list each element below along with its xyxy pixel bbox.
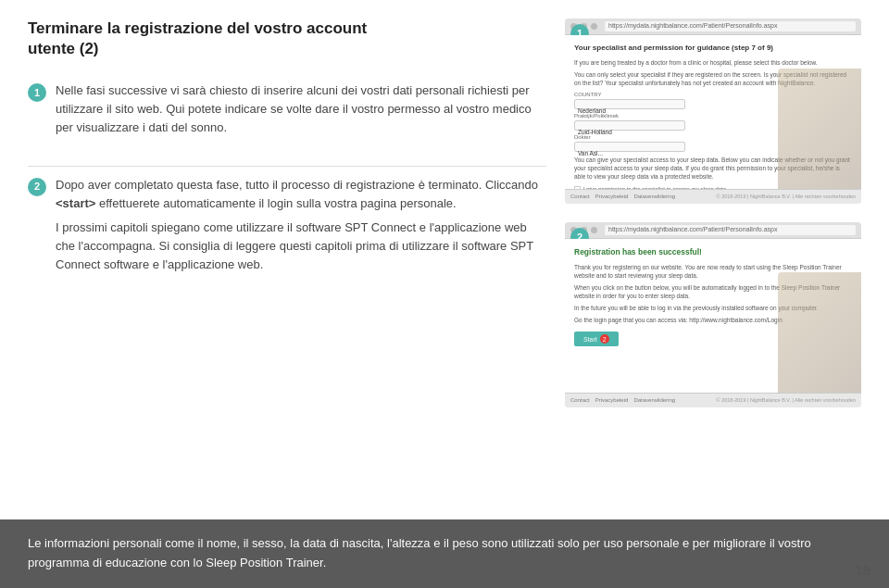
step2-block: 2 Dopo aver completato questa fase, tutt…	[28, 176, 546, 281]
left-column: Terminare la registrazione del vostro ac…	[28, 19, 546, 510]
form-text1: If you are being treated by a doctor fro…	[574, 58, 852, 67]
browser-url-text-1: https://mydata.nightbalance.com/Patient/…	[608, 21, 778, 31]
divider	[28, 166, 546, 167]
browser-url-text-2: https://mydata.nightbalance.com/Patient/…	[608, 225, 778, 235]
bottom-bar-text: Le informazioni personali come il nome, …	[28, 536, 811, 569]
page-title: Terminare la registrazione del vostro ac…	[28, 19, 546, 59]
title-section: Terminare la registrazione del vostro ac…	[28, 19, 546, 69]
step2-content: Dopo aver completato questa fase, tutto …	[56, 176, 546, 281]
browser-window-2: https://mydata.nightbalance.com/Patient/…	[565, 222, 861, 407]
checkbox1[interactable]	[574, 186, 581, 189]
browser-dot-3	[591, 23, 597, 30]
person-image-1	[778, 69, 861, 189]
step2-text2: effettuerete automaticamente il login su…	[99, 196, 457, 210]
title-line2: utente (2)	[28, 40, 99, 57]
browser-dot-6	[591, 227, 597, 233]
browser-url-2: https://mydata.nightbalance.com/Patient/…	[605, 225, 856, 235]
footer-contact-2[interactable]: Contact	[570, 396, 590, 405]
browser-content-2: Registration has been successful! Thank …	[565, 239, 861, 393]
field-practice-box[interactable]: Zuid-Holland	[574, 120, 685, 131]
browser-url-1: https://mydata.nightbalance.com/Patient/…	[605, 21, 856, 31]
person-image-2	[778, 272, 861, 393]
browser-bar-1: https://mydata.nightbalance.com/Patient/…	[565, 19, 861, 35]
start-button[interactable]: Start 2	[574, 332, 619, 346]
step2-text1: Dopo aver completato questa fase, tutto …	[56, 178, 538, 192]
form-heading-1: Your specialist and permission for guida…	[574, 43, 852, 54]
footer-privacy-2[interactable]: Privacybeleid	[595, 396, 629, 405]
browser-window-1: https://mydata.nightbalance.com/Patient/…	[565, 19, 861, 204]
step2-para1: Dopo aver completato questa fase, tutto …	[56, 176, 546, 213]
footer-privacy-1[interactable]: Privacybeleid	[595, 193, 629, 201]
footer-data-1[interactable]: Dataverwildering	[633, 193, 675, 201]
browser-content-1: Your specialist and permission for guida…	[565, 35, 861, 189]
footer-copyright-1: © 2018-2019 | NightBalance B.V. | Alle r…	[717, 193, 856, 200]
checkbox1-label: I give permission to the specialist to a…	[583, 185, 728, 189]
main-content: Terminare la registrazione del vostro ac…	[0, 0, 889, 519]
title-line1: Terminare la registrazione del vostro ac…	[28, 19, 367, 37]
screenshot2-footer: Contact Privacybeleid Dataverwildering ©…	[565, 393, 861, 407]
start-label: Start	[583, 336, 597, 343]
step1-number: 1	[28, 83, 46, 102]
step2-bold: <start>	[56, 196, 95, 210]
page-number: 18	[855, 560, 870, 582]
field-country-box[interactable]: Nederland	[574, 99, 685, 109]
screenshot2-container: 2 https://mydata.nightbalance.com/Patien…	[565, 222, 861, 407]
step1-paragraph1: Nelle fasi successive vi sarà chiesto di…	[56, 81, 546, 137]
page-wrapper: Terminare la registrazione del vostro ac…	[0, 0, 889, 588]
footer-copyright-2: © 2018-2019 | NightBalance B.V. | Alle r…	[717, 396, 856, 404]
footer-data-2[interactable]: Dataverwildering	[633, 396, 675, 405]
screenshot1-container: 1 https://mydata.nightbalance.com/Patien…	[565, 19, 861, 204]
step1-content: Nelle fasi successive vi sarà chiesto di…	[56, 81, 546, 143]
bottom-bar: Le informazioni personali come il nome, …	[0, 519, 889, 588]
step1-block: 1 Nelle fasi successive vi sarà chiesto …	[28, 81, 546, 143]
success-heading: Registration has been successful!	[574, 246, 852, 258]
step2-para3: I prossimi capitoli spiegano come utiliz…	[56, 219, 546, 274]
browser-bar-2: https://mydata.nightbalance.com/Patient/…	[565, 222, 861, 239]
screenshot1-footer: Contact Privacybeleid Dataverwildering ©…	[565, 189, 861, 204]
footer-contact-1[interactable]: Contact	[570, 193, 590, 201]
field-doctor-box[interactable]: Van Asl...	[574, 142, 685, 152]
right-column: 1 https://mydata.nightbalance.com/Patien…	[565, 19, 861, 510]
start-badge: 2	[600, 334, 609, 344]
step2-number: 2	[28, 178, 46, 196]
